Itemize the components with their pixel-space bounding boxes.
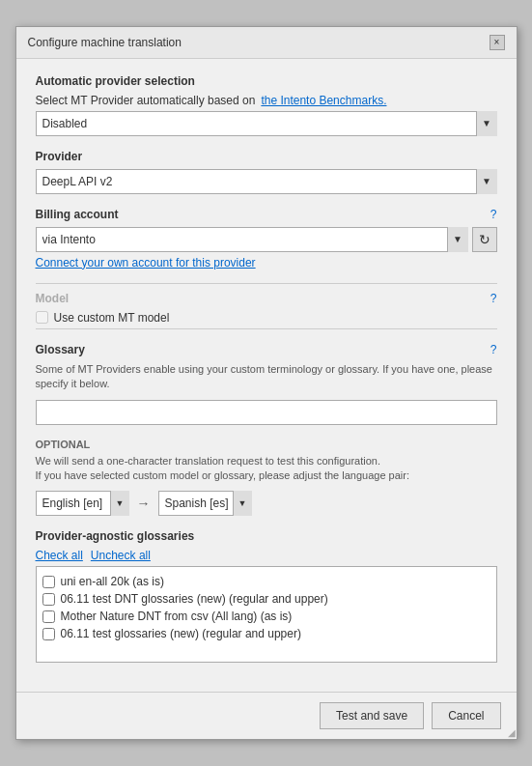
glossary-input[interactable]	[36, 400, 497, 425]
glossary-label-0: uni en-all 20k (as is)	[61, 575, 164, 588]
intento-benchmarks-link[interactable]: the Intento Benchmarks.	[261, 94, 386, 107]
model-title: Model	[36, 292, 70, 305]
resize-handle[interactable]: ◢	[504, 726, 516, 738]
glossary-label-2: Mother Nature DNT from csv (All lang) (a…	[61, 610, 293, 623]
model-divider-bottom	[36, 328, 497, 329]
auto-provider-select[interactable]: Disabled Enabled	[36, 111, 497, 136]
model-help-icon[interactable]: ?	[490, 292, 497, 305]
provider-select[interactable]: DeepL API v2 Google Cloud Translation Mi…	[36, 169, 497, 194]
glossary-checkbox-0[interactable]	[42, 576, 55, 588]
glossary-section: Glossary ? Some of MT Providers enable u…	[36, 343, 497, 425]
auto-provider-select-wrapper: Disabled Enabled ▼	[36, 111, 497, 136]
check-all-link[interactable]: Check all	[36, 549, 83, 562]
automatic-provider-title: Automatic provider selection	[36, 74, 497, 88]
lang-arrow-icon: →	[137, 496, 151, 511]
glossary-item: uni en-all 20k (as is)	[42, 573, 490, 590]
billing-title: Billing account	[36, 208, 119, 221]
glossary-label-1: 06.11 test DNT glossaries (new) (regular…	[61, 592, 328, 606]
model-header: Model ?	[36, 292, 497, 305]
optional-section: OPTIONAL We will send a one-character tr…	[36, 439, 497, 517]
provider-title: Provider	[36, 150, 497, 163]
provider-select-wrapper: DeepL API v2 Google Cloud Translation Mi…	[36, 169, 497, 194]
dialog-footer: Test and save Cancel	[16, 692, 517, 739]
auto-provider-label-row: Select MT Provider automatically based o…	[36, 94, 497, 107]
glossary-item: Mother Nature DNT from csv (All lang) (a…	[42, 608, 490, 625]
test-save-button[interactable]: Test and save	[320, 702, 424, 729]
glossary-item: 06.11 test glossaries (new) (regular and…	[42, 625, 490, 642]
title-bar: Configure machine translation ×	[16, 27, 517, 59]
connect-account-link[interactable]: Connect your own account for this provid…	[36, 256, 497, 270]
billing-row: via Intento Custom account ▼ ↻	[36, 227, 497, 252]
glossary-label-3: 06.11 test glossaries (new) (regular and…	[61, 627, 301, 640]
provider-section: Provider DeepL API v2 Google Cloud Trans…	[36, 150, 497, 194]
model-section: Model ? Use custom MT model	[36, 283, 497, 329]
glossary-checkbox-3[interactable]	[42, 628, 55, 640]
dialog: Configure machine translation × Automati…	[15, 26, 518, 741]
custom-model-label: Use custom MT model	[54, 311, 170, 325]
target-lang-select[interactable]: Spanish [es] French [fr] Italian [it]	[158, 491, 252, 516]
billing-select[interactable]: via Intento Custom account	[36, 227, 468, 252]
uncheck-all-link[interactable]: Uncheck all	[91, 549, 151, 562]
optional-description: We will send a one-character translation…	[36, 454, 497, 484]
glossary-checkbox-1[interactable]	[42, 593, 55, 606]
dialog-title: Configure machine translation	[28, 36, 182, 49]
glossary-title: Glossary	[36, 343, 85, 356]
provider-glossaries-section: Provider-agnostic glossaries Check all U…	[36, 529, 497, 663]
cancel-button[interactable]: Cancel	[432, 702, 500, 729]
glossary-checkbox-2[interactable]	[42, 610, 55, 623]
source-lang-wrapper: English [en] French [fr] German [de] ▼	[36, 491, 129, 516]
auto-provider-label: Select MT Provider automatically based o…	[36, 94, 256, 107]
custom-model-checkbox[interactable]	[36, 311, 48, 324]
glossary-description: Some of MT Providers enable using your c…	[36, 362, 497, 392]
billing-section: Billing account ? via Intento Custom acc…	[36, 208, 497, 270]
target-lang-wrapper: Spanish [es] French [fr] Italian [it] ▼	[158, 491, 252, 516]
billing-help-icon[interactable]: ?	[490, 208, 497, 221]
refresh-button[interactable]: ↻	[472, 227, 497, 252]
glossary-help-icon[interactable]: ?	[490, 343, 497, 356]
automatic-provider-section: Automatic provider selection Select MT P…	[36, 74, 497, 136]
model-checkbox-row: Use custom MT model	[36, 311, 497, 325]
check-links-row: Check all Uncheck all	[36, 549, 497, 562]
optional-label: OPTIONAL	[36, 439, 497, 450]
source-lang-select[interactable]: English [en] French [fr] German [de]	[36, 491, 129, 516]
close-button[interactable]: ×	[490, 35, 505, 50]
model-divider	[36, 283, 497, 284]
billing-select-wrapper: via Intento Custom account ▼	[36, 227, 468, 252]
dialog-content: Automatic provider selection Select MT P…	[16, 59, 517, 693]
glossaries-list: uni en-all 20k (as is) 06.11 test DNT gl…	[36, 566, 497, 663]
lang-pair-row: English [en] French [fr] German [de] ▼ →…	[36, 491, 497, 516]
glossary-header: Glossary ?	[36, 343, 497, 356]
billing-header: Billing account ?	[36, 208, 497, 221]
provider-glossaries-title: Provider-agnostic glossaries	[36, 529, 497, 543]
glossary-item: 06.11 test DNT glossaries (new) (regular…	[42, 590, 490, 608]
